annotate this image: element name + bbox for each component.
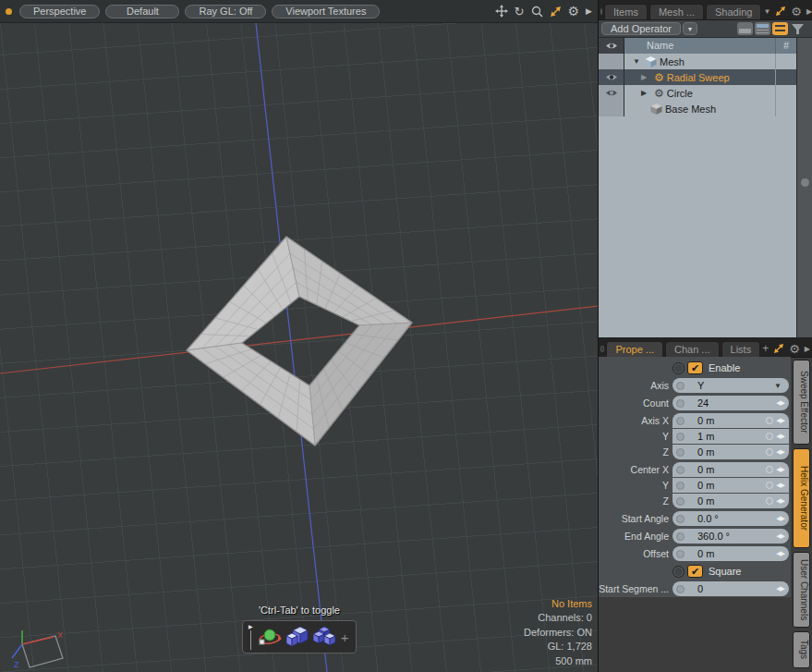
tab-channels[interactable]: Chan ... bbox=[665, 341, 720, 357]
tab-items[interactable]: Items bbox=[604, 4, 648, 19]
tab-overflow-icon[interactable]: ▼ bbox=[763, 6, 770, 17]
viewport-canvas[interactable] bbox=[0, 0, 598, 672]
channel-circle-icon[interactable] bbox=[676, 515, 685, 523]
pan-icon[interactable] bbox=[495, 5, 508, 18]
viewport-state-dot-icon[interactable] bbox=[6, 8, 12, 15]
mini-circle-icon[interactable] bbox=[766, 433, 773, 440]
scrollbar-handle[interactable] bbox=[801, 178, 809, 187]
visibility-column-header[interactable] bbox=[599, 38, 624, 54]
mini-circle-icon[interactable] bbox=[766, 466, 773, 473]
channel-circle-icon[interactable] bbox=[676, 399, 685, 408]
center-x-field[interactable]: 0 m ◀▶ bbox=[673, 462, 789, 477]
axis-dropdown[interactable]: Y ▼ bbox=[673, 378, 789, 393]
rotate-icon[interactable]: ↻ bbox=[515, 6, 525, 18]
center-y-field[interactable]: 0 m ◀▶ bbox=[673, 478, 789, 493]
channel-circle-icon[interactable] bbox=[676, 448, 685, 457]
center-z-field[interactable]: 0 m ◀▶ bbox=[673, 494, 789, 508]
viewport-textures-button[interactable]: Viewport Textures bbox=[272, 5, 380, 18]
camera-mode-button[interactable]: Perspective bbox=[19, 5, 100, 18]
channel-circle-icon[interactable] bbox=[676, 497, 685, 506]
enable-checkbox[interactable]: ✔ bbox=[687, 361, 703, 374]
visibility-cell[interactable] bbox=[599, 54, 624, 69]
square-torus-mesh[interactable] bbox=[187, 237, 412, 446]
visibility-cell[interactable] bbox=[599, 85, 624, 101]
channel-circle-icon[interactable] bbox=[676, 532, 685, 541]
channel-circle-icon[interactable] bbox=[676, 466, 685, 474]
side-tab-user-channels[interactable]: User Channels bbox=[793, 552, 810, 628]
tab-shading[interactable]: Shading bbox=[706, 4, 761, 19]
detail-list-view-icon[interactable] bbox=[772, 22, 788, 35]
channel-button-icon[interactable] bbox=[673, 566, 685, 578]
popup-pin-icon[interactable]: ▶ bbox=[248, 624, 253, 650]
item-row-base-mesh[interactable]: Base Mesh bbox=[599, 101, 796, 116]
mini-circle-icon[interactable] bbox=[766, 497, 773, 505]
end-angle-field[interactable]: 360.0 ° ◀▶ bbox=[673, 529, 789, 544]
expand-icon[interactable]: ▶ bbox=[639, 89, 648, 97]
channel-button-icon[interactable] bbox=[673, 362, 685, 374]
filter-icon[interactable] bbox=[790, 22, 806, 35]
polygons-mode-icon[interactable] bbox=[286, 627, 309, 647]
item-list-scrollbar[interactable] bbox=[796, 38, 812, 337]
channel-circle-icon[interactable] bbox=[676, 433, 685, 441]
axis-x-field[interactable]: 0 m ◀▶ bbox=[673, 413, 789, 428]
stepper-arrows-icon[interactable]: ◀▶ bbox=[776, 433, 784, 440]
maximize-icon[interactable] bbox=[550, 6, 562, 18]
items-mode-icon[interactable] bbox=[258, 625, 282, 649]
side-tab-helix-generator[interactable]: Helix Generator bbox=[793, 448, 810, 548]
stepper-arrows-icon[interactable]: ◀▶ bbox=[776, 515, 784, 522]
mini-circle-icon[interactable] bbox=[766, 482, 773, 489]
stepper-arrows-icon[interactable]: ◀▶ bbox=[776, 448, 784, 456]
visibility-cell[interactable] bbox=[599, 69, 624, 85]
panel-thumb-icon[interactable] bbox=[600, 346, 604, 352]
add-operator-dropdown-icon[interactable]: ▼ bbox=[683, 22, 697, 35]
stepper-arrows-icon[interactable]: ◀▶ bbox=[776, 417, 784, 424]
side-tab-tags[interactable]: Tags bbox=[793, 631, 810, 668]
tab-mesh[interactable]: Mesh ... bbox=[649, 4, 704, 19]
count-field[interactable]: 24 ◀▶ bbox=[673, 396, 789, 410]
tab-properties[interactable]: Prope ... bbox=[606, 341, 663, 357]
mini-circle-icon[interactable] bbox=[766, 448, 773, 456]
window-list-view-icon[interactable] bbox=[755, 22, 770, 35]
side-tab-sweep-effector[interactable]: Sweep Effector bbox=[793, 360, 810, 445]
name-column-header[interactable]: Name bbox=[624, 38, 776, 54]
stepper-arrows-icon[interactable]: ◀▶ bbox=[776, 585, 784, 593]
stepper-arrows-icon[interactable]: ◀▶ bbox=[776, 497, 784, 505]
gear-icon[interactable]: ⚙ bbox=[568, 6, 580, 18]
item-row-mesh[interactable]: ▼ Mesh bbox=[599, 54, 796, 69]
expand-icon[interactable]: ▶ bbox=[639, 73, 648, 81]
maximize-panel-icon[interactable] bbox=[773, 343, 784, 354]
mini-circle-icon[interactable] bbox=[766, 417, 773, 424]
stepper-arrows-icon[interactable]: ◀▶ bbox=[776, 532, 784, 540]
multi-item-mode-icon[interactable] bbox=[313, 627, 335, 647]
channel-circle-icon[interactable] bbox=[676, 550, 685, 558]
channel-circle-icon[interactable] bbox=[676, 585, 685, 593]
axis-z-field[interactable]: 0 m ◀▶ bbox=[673, 445, 789, 459]
channel-circle-icon[interactable] bbox=[676, 382, 685, 390]
axis-y-field[interactable]: 1 m ◀▶ bbox=[673, 429, 789, 444]
panel-more-icon[interactable]: ▶ bbox=[806, 6, 812, 17]
add-mode-icon[interactable]: + bbox=[341, 630, 349, 644]
stepper-arrows-icon[interactable]: ◀▶ bbox=[776, 482, 784, 489]
visibility-cell[interactable] bbox=[599, 101, 624, 116]
tab-lists[interactable]: Lists bbox=[721, 341, 761, 357]
add-tab-icon[interactable]: + bbox=[762, 344, 769, 354]
square-checkbox[interactable]: ✔ bbox=[687, 565, 703, 578]
item-row-radial-sweep[interactable]: ▶ ⚙ Radial Sweep bbox=[599, 69, 796, 85]
panel-gear-icon[interactable]: ⚙ bbox=[789, 344, 800, 354]
channel-circle-icon[interactable] bbox=[676, 417, 685, 425]
raygl-toggle-button[interactable]: Ray GL: Off bbox=[185, 5, 266, 18]
collapse-icon[interactable]: ▼ bbox=[632, 57, 641, 66]
shading-style-button[interactable]: Default bbox=[105, 5, 179, 18]
simple-list-view-icon[interactable] bbox=[737, 22, 753, 35]
offset-field[interactable]: 0 m ◀▶ bbox=[673, 546, 789, 561]
start-segment-field[interactable]: 0 ◀▶ bbox=[673, 581, 789, 596]
stepper-arrows-icon[interactable]: ◀▶ bbox=[776, 399, 784, 407]
stepper-arrows-icon[interactable]: ◀▶ bbox=[776, 466, 784, 473]
panel-thumb-icon[interactable] bbox=[600, 8, 602, 15]
maximize-panel-icon[interactable] bbox=[775, 6, 786, 17]
more-options-icon[interactable]: ▶ bbox=[586, 6, 592, 18]
3d-viewport[interactable]: Perspective Default Ray GL: Off Viewport… bbox=[0, 0, 599, 672]
magnify-icon[interactable] bbox=[531, 6, 543, 18]
channel-circle-icon[interactable] bbox=[676, 482, 685, 490]
stepper-arrows-icon[interactable]: ◀▶ bbox=[776, 550, 784, 557]
